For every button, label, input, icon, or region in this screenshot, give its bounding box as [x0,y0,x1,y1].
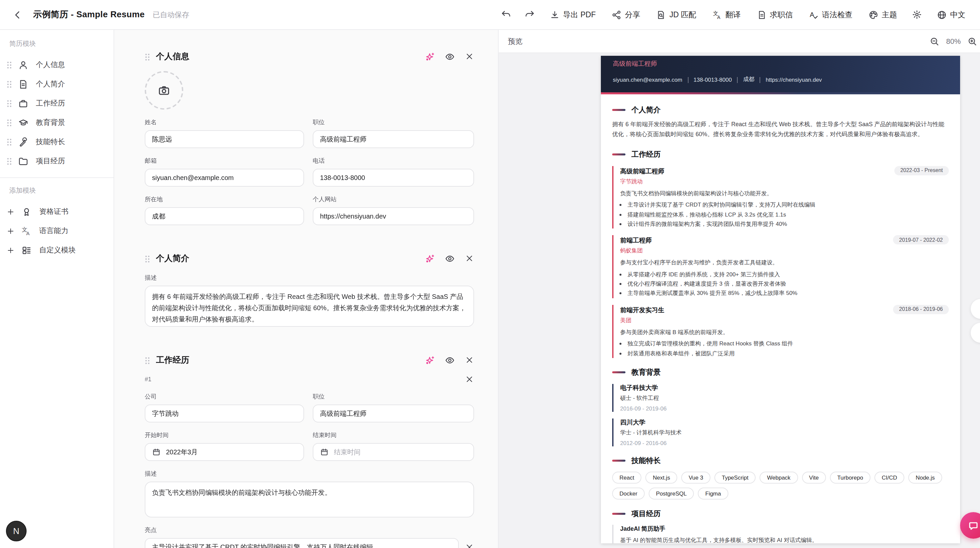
drag-handle-icon[interactable] [6,100,11,107]
document-title: 示例简历 - Sample Resume [33,9,145,21]
visibility-toggle-button[interactable] [445,253,455,263]
resume-body: 个人简介 拥有 6 年前端开发经验的高级工程师，专注于 React 生态和现代 … [601,94,960,543]
summary-desc-textarea[interactable]: 拥有 6 年前端开发经验的高级工程师，专注于 React 生态和现代 Web 技… [145,286,474,327]
job-bullet: 封装通用表格和表单组件，被团队广泛采用 [627,348,949,358]
job-company: 蚂蚁集团 [620,247,949,255]
export-pdf-button[interactable]: 导出 PDF [544,6,601,23]
school-name: 电子科技大学 [620,384,949,393]
plus-icon [6,246,14,254]
remove-section-button[interactable] [465,355,474,365]
skill-chip: Docker [612,487,645,500]
back-button[interactable] [8,5,27,24]
section-heading-summary: 个人简介 [612,105,949,115]
phone-field[interactable] [313,169,474,186]
name-label: 姓名 [145,118,304,127]
cover-letter-label: 求职信 [770,10,793,19]
remove-section-button[interactable] [465,52,474,61]
ai-sparkle-button[interactable] [425,355,435,365]
gear-icon [912,9,922,20]
job-position-field[interactable] [313,405,474,422]
plus-icon [6,207,14,215]
drag-handle-icon[interactable] [6,158,11,165]
add-module-custom[interactable]: 自定义模块 [0,241,113,260]
visibility-toggle-button[interactable] [445,51,455,61]
modules-section-title: 简历模块 [0,39,113,48]
email-field[interactable] [145,169,304,186]
location-field[interactable] [145,207,304,225]
work-desc-textarea[interactable]: 负责飞书文档协同编辑模块的前端架构设计与核心功能开发。 [145,481,474,518]
entry-index: #1 [145,376,151,382]
remove-entry-button[interactable] [465,374,474,384]
zoom-in-button[interactable] [967,36,977,46]
job-company: 字节跳动 [620,178,949,186]
company-field[interactable] [145,405,304,422]
summary-desc-label: 描述 [145,274,474,282]
sidebar-item-label: 工作经历 [36,98,65,108]
skill-chip: TypeScript [714,472,756,484]
drag-handle-icon[interactable] [6,80,11,88]
job-title: 前端工程师 [620,235,652,245]
close-icon [465,374,474,384]
location-label: 所在地 [145,195,304,204]
drag-handle-icon[interactable] [145,356,150,364]
sparkle-icon [425,355,435,365]
remove-section-button[interactable] [465,254,474,263]
heading-text: 个人简介 [632,105,661,115]
drag-handle-icon[interactable] [145,53,150,60]
ai-sparkle-button[interactable] [425,51,435,61]
settings-button[interactable] [908,6,926,23]
share-button[interactable]: 分享 [606,6,646,23]
position-field[interactable] [313,130,474,148]
cover-letter-button[interactable]: 求职信 [751,6,798,23]
sidebar-item-label: 技能特长 [36,137,65,147]
zoom-out-button[interactable] [929,36,940,46]
drag-handle-icon[interactable] [6,138,11,145]
language-button[interactable]: 中文 [932,6,971,23]
dev-badge[interactable]: N [6,521,27,542]
end-date-field[interactable]: 结束时间 [313,443,474,461]
redo-button[interactable] [520,6,539,23]
theme-button[interactable]: 主题 [863,6,902,23]
skill-chip: Vue 3 [681,472,710,484]
close-icon [465,52,474,61]
job-desc: 参与美团外卖商家端 B 端系统的前端开发。 [620,328,949,336]
sidebar-item-projects[interactable]: 项目经历 [0,151,113,171]
calendar-icon [152,448,161,456]
sidebar-item-summary[interactable]: 个人简介 [0,74,113,94]
add-module-languages[interactable]: 文A 语言能力 [0,221,113,241]
work-desc-label: 描述 [145,470,474,478]
job-bullets: 独立完成订单管理模块的重构，使用 React Hooks 替换 Class 组件… [620,339,949,358]
undo-button[interactable] [496,6,515,23]
grammar-check-button[interactable]: A 语法检查 [803,6,858,23]
education-period: 2012-09 - 2016-06 [620,440,949,446]
export-pdf-label: 导出 PDF [563,10,595,19]
drag-handle-icon[interactable] [6,119,11,126]
skills-chip-list: React Next.js Vue 3 TypeScript Webpack V… [612,472,949,500]
sidebar-item-personal-info[interactable]: 个人信息 [0,55,113,74]
translate-button[interactable]: 文A 翻译 [707,6,746,23]
sidebar-item-work[interactable]: 工作经历 [0,94,113,113]
highlight-row [145,538,474,548]
name-field[interactable] [145,130,304,148]
editor-panel: 个人信息 姓名 职位 [114,30,498,548]
topbar-actions: 导出 PDF 分享 JD 匹配 文A 翻译 求职信 A 语法检查 [496,6,971,23]
jd-match-button[interactable]: JD 匹配 [651,6,702,23]
avatar-upload[interactable] [145,71,183,110]
job-bullet: 搭建前端性能监控体系，推动核心指标 LCP 从 3.2s 优化至 1.1s [627,210,949,219]
ai-sparkle-button[interactable] [425,253,435,263]
skill-chip: Next.js [645,472,677,484]
share-label: 分享 [625,10,640,19]
visibility-toggle-button[interactable] [445,355,455,365]
add-module-certificates[interactable]: 资格证书 [0,202,113,221]
remove-highlight-button[interactable] [465,542,474,548]
start-date-field[interactable]: 2022年3月 [145,443,304,461]
work-card: 工作经历 #1 公司 [145,354,474,548]
drag-handle-icon[interactable] [145,255,150,262]
job-desc: 参与支付宝小程序平台的开发与维护，负责开发者工具链建设。 [620,258,949,267]
sidebar-item-skills[interactable]: 技能特长 [0,132,113,151]
sidebar-item-education[interactable]: 教育背景 [0,113,113,132]
job-bullets: 从零搭建小程序 IDE 的插件系统，支持 200+ 第三方插件接入 优化小程序编… [620,270,949,298]
website-field[interactable] [313,207,474,225]
drag-handle-icon[interactable] [6,61,11,68]
highlight-field-1[interactable] [145,538,459,548]
